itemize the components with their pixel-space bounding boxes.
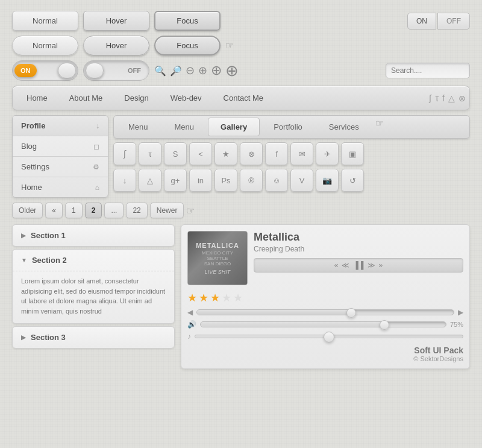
accordion-arrow-2: ▼ <box>21 257 27 263</box>
star-2[interactable]: ★ <box>199 291 208 304</box>
sidebar-item-home[interactable]: Home ⌂ <box>13 177 108 197</box>
social-icon-11[interactable]: ↓ <box>113 169 136 192</box>
page-2[interactable]: 2 <box>85 203 102 218</box>
older-button[interactable]: Older <box>12 203 43 218</box>
volume-thumb[interactable] <box>380 320 389 330</box>
star-5[interactable]: ★ <box>233 291 243 304</box>
nav-icon-5[interactable]: ⊗ <box>459 93 466 103</box>
slider-thumb[interactable] <box>324 332 334 342</box>
progress-fill <box>197 310 351 315</box>
focus-pill-button[interactable]: Focus <box>154 36 221 55</box>
sidebar-item-settings[interactable]: Settings ⚙ <box>13 157 108 177</box>
progress-right-arrow[interactable]: ▶ <box>458 308 463 317</box>
star-3[interactable]: ★ <box>210 291 220 304</box>
star-1[interactable]: ★ <box>187 291 197 304</box>
social-icon-18[interactable]: V <box>290 169 313 192</box>
page-22[interactable]: 22 <box>126 203 147 218</box>
page-ellipsis: ... <box>104 203 124 218</box>
search-input[interactable] <box>391 66 481 75</box>
nav-contact[interactable]: Contact Me <box>213 89 274 107</box>
volume-track[interactable] <box>200 321 446 327</box>
progress-thumb[interactable] <box>346 308 356 318</box>
tab-menu-2[interactable]: Menu <box>162 118 207 136</box>
tab-services[interactable]: Services <box>316 118 372 136</box>
sidebar-item-blog[interactable]: Blog ◻ <box>13 136 108 157</box>
accordion-header-2[interactable]: ▼ Section 2 <box>13 250 174 271</box>
hover-pill-button[interactable]: Hover <box>83 36 149 55</box>
toggle-on-label: ON <box>14 64 37 77</box>
slider-left-icon: ♪ <box>187 332 191 341</box>
nav-icon-1[interactable]: ʃ <box>429 93 432 103</box>
accordion-header-1[interactable]: ▶ Section 1 <box>13 225 174 246</box>
social-icon-13[interactable]: g+ <box>164 169 187 192</box>
social-icon-12[interactable]: △ <box>139 169 161 192</box>
nav-icon-2[interactable]: τ <box>436 93 439 103</box>
social-icon-16[interactable]: ® <box>240 169 263 192</box>
progress-left-arrow[interactable]: ◀ <box>187 308 193 317</box>
nav-icon-3[interactable]: f <box>442 93 445 103</box>
nav-webdev[interactable]: Web-dev <box>160 89 212 107</box>
social-icon-8[interactable]: ✉ <box>290 142 313 165</box>
social-icon-17[interactable]: ☺ <box>265 169 288 192</box>
accordion-header-3[interactable]: ▶ Section 3 <box>13 327 174 348</box>
zoom-plus2-icon[interactable]: ⊕ <box>211 63 222 78</box>
nav-icon-4[interactable]: △ <box>448 93 455 103</box>
brand-subtitle: © SektorDesigns <box>187 355 463 362</box>
toggle-on-knob <box>58 63 76 78</box>
social-icon-2[interactable]: τ <box>139 142 161 165</box>
normal-button-1[interactable]: Normal <box>12 11 78 31</box>
social-icon-7[interactable]: f <box>265 142 288 165</box>
accordion-title-1: Section 1 <box>31 231 66 240</box>
off-button[interactable]: OFF <box>437 13 470 30</box>
page-1[interactable]: 1 <box>65 203 83 218</box>
newer-button[interactable]: Newer <box>150 203 184 218</box>
focus-button-1[interactable]: Focus <box>154 11 221 31</box>
on-button[interactable]: ON <box>407 13 436 30</box>
social-icon-4[interactable]: < <box>189 142 212 165</box>
search-box[interactable]: 🔍 <box>386 63 470 78</box>
toggle-off-switch[interactable]: OFF <box>83 60 149 81</box>
ctrl-pause[interactable]: ▐▐ <box>353 261 363 270</box>
pagination-cursor-icon: ☞ <box>186 205 195 216</box>
zoom-plus3-icon[interactable]: ⊕ <box>225 62 239 80</box>
accordion-section2: ▼ Section 2 Lorem ipsum dolor sit amet, … <box>12 249 175 324</box>
social-icon-1[interactable]: ʃ <box>113 142 136 165</box>
social-icon-19[interactable]: 📷 <box>316 169 339 192</box>
slider-track[interactable] <box>195 335 463 338</box>
social-icon-15[interactable]: Ps <box>214 169 237 192</box>
ctrl-next-next[interactable]: » <box>379 261 383 270</box>
social-icon-6[interactable]: ⊗ <box>240 142 263 165</box>
tab-gallery[interactable]: Gallery <box>208 118 260 136</box>
toggle-off-label: OFF <box>122 64 147 77</box>
zoom-in-icon[interactable]: 🔍 <box>154 65 166 77</box>
nav-about[interactable]: About Me <box>59 89 113 107</box>
toggle-on-switch[interactable]: ON <box>12 60 78 81</box>
zoom-minus-icon[interactable]: ⊖ <box>186 64 195 77</box>
page-first-icon[interactable]: « <box>45 203 63 218</box>
tab-portfolio[interactable]: Portfolio <box>261 118 315 136</box>
progress-track[interactable] <box>196 309 454 315</box>
social-icon-20[interactable]: ↺ <box>341 169 364 192</box>
social-icon-10[interactable]: ▣ <box>341 142 364 165</box>
zoom-out-icon[interactable]: 🔎 <box>170 65 182 77</box>
star-4[interactable]: ★ <box>222 291 231 304</box>
social-icon-9[interactable]: ✈ <box>316 142 339 165</box>
tab-menu-1[interactable]: Menu <box>116 118 161 136</box>
social-icon-5[interactable]: ★ <box>214 142 237 165</box>
star-rating: ★ ★ ★ ★ ★ <box>187 291 463 304</box>
ctrl-prev[interactable]: ≪ <box>342 261 349 270</box>
zoom-plus-icon[interactable]: ⊕ <box>198 64 207 77</box>
slider-row: ♪ <box>187 332 463 341</box>
social-icon-14[interactable]: in <box>189 169 212 192</box>
social-icon-3[interactable]: S <box>164 142 187 165</box>
accordion-section1: ▶ Section 1 <box>12 224 175 247</box>
ctrl-next[interactable]: ≫ <box>368 261 375 270</box>
accordion-section3: ▶ Section 3 <box>12 326 175 349</box>
hover-button-1[interactable]: Hover <box>83 11 149 31</box>
nav-home[interactable]: Home <box>16 89 58 107</box>
ctrl-prev-prev[interactable]: « <box>334 261 339 270</box>
accordion-arrow-3: ▶ <box>21 334 26 341</box>
nav-design[interactable]: Design <box>114 89 158 107</box>
normal-pill-button[interactable]: Normal <box>12 36 78 55</box>
sidebar-item-profile[interactable]: Profile ↓ <box>13 116 108 136</box>
